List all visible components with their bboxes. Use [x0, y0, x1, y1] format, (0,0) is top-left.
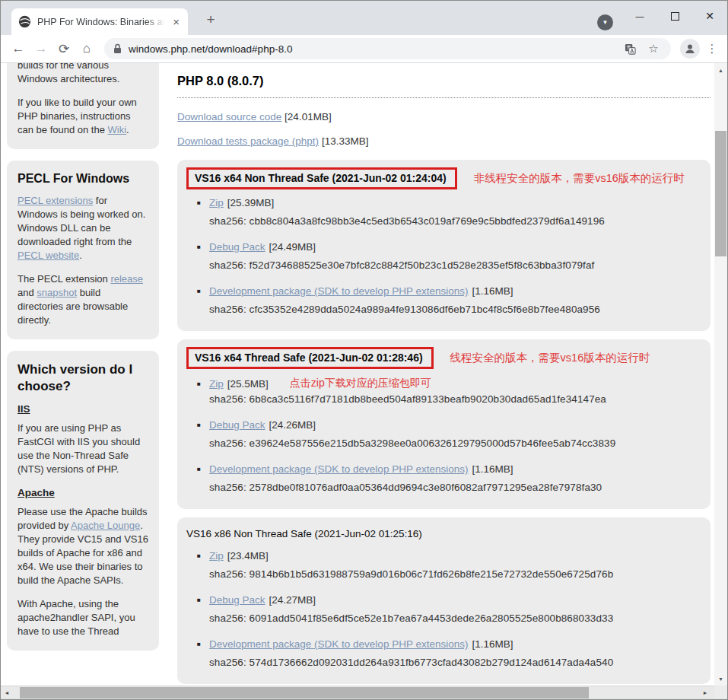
translate-icon[interactable] — [622, 40, 638, 57]
horizontal-scrollbar-thumb[interactable] — [20, 687, 589, 698]
zip-link[interactable]: Zip — [209, 550, 224, 562]
scroll-down-icon[interactable]: ▼ — [714, 673, 727, 684]
annotation-red-text: 线程安全的版本，需要vs16版本的运行时 — [450, 351, 650, 365]
minimize-button[interactable]: — — [622, 1, 657, 31]
window-controls: — ✕ — [622, 1, 727, 31]
snapshot-link[interactable]: snapshot — [37, 287, 77, 298]
scroll-right-icon[interactable]: ► — [699, 686, 711, 698]
horizontal-scrollbar[interactable]: ◄ ► — [1, 686, 714, 698]
file-size: [25.39MB] — [227, 197, 275, 208]
sidebar-box-pecl: PECL For Windows PECL extensions for Win… — [7, 161, 159, 339]
main-content: PHP 8.0 (8.0.7) Download source code [24… — [164, 63, 727, 698]
scroll-up-icon[interactable]: ▲ — [714, 65, 727, 75]
download-source-link[interactable]: Download source code — [177, 111, 281, 123]
tab-strip: PHP For Windows: Binaries an × + ▼ — ✕ — [1, 1, 727, 35]
dev-package-link[interactable]: Development package (SDK to develop PHP … — [209, 638, 468, 650]
list-item: ■ Development package (SDK to develop PH… — [197, 638, 700, 650]
debug-pack-link[interactable]: Debug Pack — [209, 241, 265, 253]
divider — [177, 97, 711, 98]
debug-pack-link[interactable]: Debug Pack — [209, 594, 265, 606]
url-text[interactable]: windows.php.net/download#php-8.0 — [129, 43, 615, 55]
download-tests-link[interactable]: Download tests package (phpt) — [177, 135, 319, 147]
forward-icon[interactable]: → — [30, 37, 52, 60]
maximize-icon — [671, 12, 679, 21]
scrollbar-corner — [714, 686, 727, 698]
apache-lounge-link[interactable]: Apache Lounge — [71, 520, 140, 531]
list-item: ■ Debug Pack [24.49MB] — [197, 241, 700, 253]
site-favicon — [18, 15, 31, 28]
sidebar-box-intro: builds for the various Windows architect… — [7, 63, 159, 149]
debug-pack-link[interactable]: Debug Pack — [209, 419, 265, 431]
home-icon[interactable]: ⌂ — [75, 37, 98, 60]
file-size: [1.16MB] — [472, 285, 513, 297]
pecl-heading: PECL For Windows — [17, 171, 148, 186]
tab-title: PHP For Windows: Binaries an — [37, 17, 165, 27]
bullet-icon: ■ — [197, 243, 209, 250]
refresh-icon[interactable]: ⟳ — [52, 37, 75, 60]
list-item: ■ Zip [23.4MB] — [197, 550, 700, 562]
zip-link[interactable]: Zip — [209, 197, 224, 208]
bookmark-star-icon[interactable]: ☆ — [645, 40, 662, 57]
tab-search-dropdown-icon[interactable]: ▼ — [597, 14, 613, 30]
bullet-icon: ■ — [197, 380, 209, 387]
browser-tab[interactable]: PHP For Windows: Binaries an × — [11, 8, 188, 35]
vertical-scrollbar[interactable]: ▲ ▼ — [714, 63, 727, 686]
sha256-value: sha256: 574d1736662d092031dd264a931fb677… — [209, 657, 700, 668]
list-item: ■ Zip [25.39MB] — [197, 197, 700, 208]
iis-heading: IIS — [17, 402, 148, 416]
file-size: [1.16MB] — [472, 638, 513, 650]
file-size: [1.16MB] — [472, 463, 513, 475]
build-section-x86-nts: VS16 x86 Non Thread Safe (2021-Jun-02 01… — [177, 517, 711, 684]
download-tests-row: Download tests package (phpt) [13.33MB] — [177, 135, 711, 147]
section-title-highlighted: VS16 x64 Non Thread Safe (2021-Jun-02 01… — [186, 167, 457, 189]
download-tests-size: [13.33MB] — [322, 135, 369, 147]
pecl-text-3: The PECL extension — [17, 273, 110, 285]
pecl-extensions-link[interactable]: PECL extensions — [17, 195, 93, 206]
menu-kebab-icon[interactable]: ⋮ — [703, 38, 721, 59]
tab-close-icon[interactable]: × — [171, 15, 181, 28]
page-content: builds for the various Windows architect… — [1, 63, 727, 698]
sha256-value: sha256: cfc35352e4289dda5024a989a4fe9130… — [209, 304, 700, 315]
address-bar[interactable]: windows.php.net/download#php-8.0 ☆ — [104, 38, 671, 59]
bullet-icon: ■ — [197, 466, 209, 473]
dev-package-link[interactable]: Development package (SDK to develop PHP … — [209, 463, 468, 475]
zip-link[interactable]: Zip — [209, 378, 224, 390]
vertical-scrollbar-thumb[interactable] — [715, 131, 726, 256]
list-item: ■ Development package (SDK to develop PH… — [197, 285, 700, 297]
bullet-icon: ■ — [197, 422, 209, 428]
pecl-website-link[interactable]: PECL website — [17, 250, 79, 261]
file-size: [24.49MB] — [269, 241, 316, 253]
bullet-icon: ■ — [197, 597, 209, 603]
intro-text-3: . — [126, 124, 129, 135]
zip-annotation-red-text: 点击zip下载对应的压缩包即可 — [290, 377, 431, 390]
sha256-value: sha256: 6b8ca3c5116f7d7181db8beed504af89… — [209, 393, 700, 405]
section-title-highlighted: VS16 x64 Thread Safe (2021-Jun-02 01:28:… — [186, 347, 434, 369]
build-section-x64-nts: VS16 x64 Non Thread Safe (2021-Jun-02 01… — [177, 160, 711, 331]
iis-text: If you are using PHP as FastCGI with IIS… — [17, 422, 148, 476]
build-section-x64-ts: VS16 x64 Thread Safe (2021-Jun-02 01:28:… — [177, 339, 711, 509]
wiki-link[interactable]: Wiki — [108, 124, 127, 135]
maximize-button[interactable] — [657, 1, 692, 31]
browser-toolbar: ← → ⟳ ⌂ windows.php.net/download#php-8.0… — [1, 35, 727, 63]
sha256-value: sha256: 2578dbe0f81076adf0aa05364dd9694c… — [209, 482, 700, 493]
which-version-heading: Which version do I choose? — [17, 361, 148, 395]
bullet-icon: ■ — [197, 641, 209, 648]
dev-package-link[interactable]: Development package (SDK to develop PHP … — [209, 285, 468, 297]
annotation-red-text: 非线程安全的版本，需要vs16版本的运行时 — [474, 171, 685, 186]
lock-icon — [113, 43, 122, 54]
list-item: ■ Debug Pack [24.27MB] — [197, 594, 700, 606]
apache-text-3: With Apache, using the apache2handler SA… — [17, 597, 148, 638]
list-item: ■ Development package (SDK to develop PH… — [197, 463, 700, 475]
bullet-icon: ■ — [197, 552, 209, 559]
new-tab-button[interactable]: + — [200, 9, 221, 30]
browser-window: PHP For Windows: Binaries an × + ▼ — ✕ ←… — [0, 0, 728, 700]
close-button[interactable]: ✕ — [692, 1, 727, 31]
list-item: ■ Debug Pack [24.26MB] — [197, 419, 700, 431]
bullet-icon: ■ — [197, 288, 209, 294]
person-icon — [684, 43, 696, 55]
page-title: PHP 8.0 (8.0.7) — [177, 74, 711, 88]
release-link[interactable]: release — [110, 273, 143, 285]
profile-avatar[interactable] — [680, 39, 700, 59]
back-icon[interactable]: ← — [7, 37, 30, 60]
scroll-left-icon[interactable]: ◄ — [1, 686, 13, 698]
